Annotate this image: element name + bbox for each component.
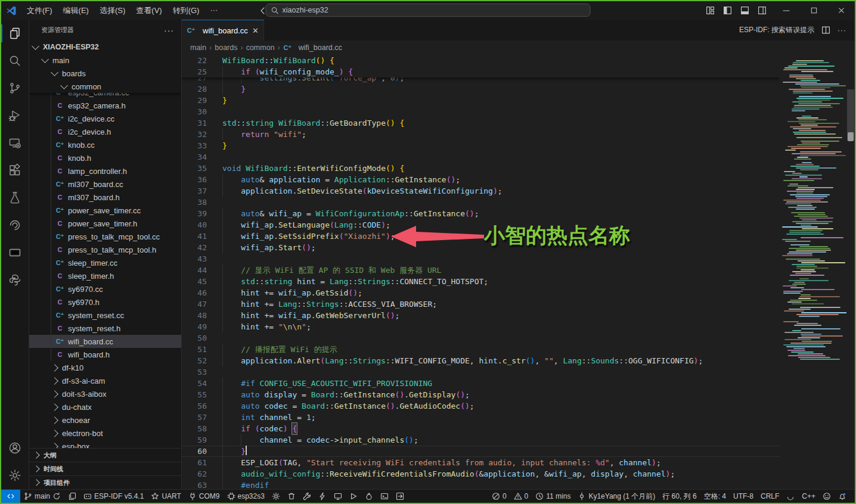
tree-folder-esp-box[interactable]: esp-box bbox=[29, 440, 181, 448]
tab-close-icon[interactable]: ✕ bbox=[252, 26, 259, 35]
section-2[interactable]: 项目组件 bbox=[29, 475, 181, 489]
remote-indicator[interactable] bbox=[1, 490, 20, 503]
tree-file-wifi_board-cc[interactable]: C⁺wifi_board.cc bbox=[29, 335, 181, 348]
cursor-position[interactable]: 行 60, 列 6 bbox=[659, 490, 700, 503]
tree-file-ml307_board-h[interactable]: Cml307_board.h bbox=[29, 191, 181, 204]
editor-more-actions[interactable]: ··· bbox=[838, 26, 846, 35]
warnings-count[interactable]: 0 bbox=[510, 490, 532, 503]
errors-count[interactable]: 0 bbox=[488, 490, 510, 503]
activity-debug[interactable] bbox=[1, 102, 29, 129]
tree-file-sleep_timer-cc[interactable]: C⁺sleep_timer.cc bbox=[29, 256, 181, 269]
build-flash-monitor[interactable] bbox=[346, 490, 361, 503]
menu-item-4[interactable]: 转到(G) bbox=[168, 5, 205, 16]
session-timer[interactable]: 11 mins bbox=[532, 490, 574, 503]
tree-file-i2c_device-h[interactable]: Ci2c_device.h bbox=[29, 125, 181, 138]
section-0[interactable]: 大纲 bbox=[29, 448, 181, 462]
tree-root[interactable]: XIAOZHI-ESP32 bbox=[29, 41, 181, 54]
erase-flash[interactable] bbox=[361, 490, 377, 503]
device-target[interactable]: esp32s3 bbox=[224, 490, 268, 503]
activity-explorer[interactable] bbox=[1, 20, 29, 47]
flash-method-uart[interactable]: UART bbox=[147, 490, 184, 503]
activity-serial[interactable] bbox=[1, 239, 29, 266]
serial-port[interactable]: COM9 bbox=[185, 490, 224, 503]
toggle-secondary-sidebar-icon[interactable] bbox=[758, 6, 767, 15]
tree-file-esp32_camera-h[interactable]: Cesp32_camera.h bbox=[29, 99, 181, 112]
language-mode[interactable]: C++ bbox=[798, 490, 819, 503]
open-command[interactable] bbox=[392, 490, 408, 503]
tree-folder-doit-s3-aibox[interactable]: doit-s3-aibox bbox=[29, 387, 181, 400]
tree-file-knob-cc[interactable]: C⁺knob.cc bbox=[29, 138, 181, 151]
breadcrumb-item[interactable]: common bbox=[246, 43, 275, 52]
full-clean[interactable] bbox=[284, 490, 299, 503]
tab-wifi-board-cc[interactable]: C⁺ wifi_board.cc ✕ bbox=[182, 20, 264, 41]
tree-folder-main[interactable]: main bbox=[29, 54, 181, 67]
activity-account[interactable] bbox=[1, 434, 29, 462]
tree-folder-common[interactable]: common bbox=[29, 80, 181, 93]
tree-file-power_save_timer-h[interactable]: Cpower_save_timer.h bbox=[29, 217, 181, 230]
menu-item-0[interactable]: 文件(F) bbox=[21, 5, 58, 16]
tree-file-system_reset-h[interactable]: Csystem_reset.h bbox=[29, 322, 181, 335]
tree-file-sleep_timer-h[interactable]: Csleep_timer.h bbox=[29, 269, 181, 282]
menu-item-2[interactable]: 选择(S) bbox=[94, 5, 131, 16]
sidebar-more-actions[interactable]: ··· bbox=[164, 26, 174, 35]
breadcrumb[interactable]: main›boards›common›C⁺wifi_board.cc bbox=[182, 41, 855, 55]
feedback[interactable] bbox=[819, 490, 835, 503]
toggle-panel-icon[interactable] bbox=[740, 6, 749, 15]
tree-file-system_reset-cc[interactable]: C⁺system_reset.cc bbox=[29, 309, 181, 322]
monitor-device[interactable] bbox=[330, 490, 346, 503]
tree-file-press_to_talk_mcp_tool-h[interactable]: Cpress_to_talk_mcp_tool.h bbox=[29, 243, 181, 256]
tree-file-ml307_board-cc[interactable]: C⁺ml307_board.cc bbox=[29, 178, 181, 191]
breadcrumb-file[interactable]: C⁺wifi_board.cc bbox=[283, 43, 342, 52]
close-button[interactable] bbox=[827, 1, 855, 20]
minimap[interactable] bbox=[780, 55, 846, 489]
activity-scm[interactable] bbox=[1, 74, 29, 102]
scrollbar-handle[interactable] bbox=[848, 132, 854, 141]
tree-file-lamp_controller-h[interactable]: Clamp_controller.h bbox=[29, 164, 181, 178]
minimize-button[interactable] bbox=[773, 1, 800, 20]
command-center-search[interactable]: xiaozhi-esp32 bbox=[266, 4, 591, 17]
breadcrumb-item[interactable]: boards bbox=[215, 43, 237, 52]
code-viewport[interactable]: 22WifiBoard::WifiBoard() {25 if (wifi_co… bbox=[182, 55, 780, 489]
editor-scrollbar[interactable] bbox=[846, 55, 855, 489]
maximize-button[interactable] bbox=[800, 1, 827, 20]
git-blame[interactable]: Ky1eYang (1 个月前) bbox=[574, 490, 659, 503]
tree-folder-du-chatx[interactable]: du-chatx bbox=[29, 400, 181, 413]
menu-item-3[interactable]: 查看(V) bbox=[131, 5, 167, 16]
tree-folder-electron-bot[interactable]: electron-bot bbox=[29, 427, 181, 440]
tree-file-wifi_board-h[interactable]: Cwifi_board.h bbox=[29, 348, 181, 361]
build-project[interactable] bbox=[299, 490, 315, 503]
tree-file-clipped[interactable]: C⁺esp32_camera.cc bbox=[29, 93, 181, 99]
tree-file-power_save_timer-cc[interactable]: C⁺power_save_timer.cc bbox=[29, 204, 181, 217]
toggle-sidebar-icon[interactable] bbox=[723, 6, 732, 15]
activity-settings[interactable] bbox=[1, 462, 29, 489]
tree-file-press_to_talk_mcp_tool-cc[interactable]: C⁺press_to_talk_mcp_tool.cc bbox=[29, 230, 181, 243]
compare-item[interactable] bbox=[64, 490, 80, 503]
tree-file-sy6970-h[interactable]: Csy6970.h bbox=[29, 295, 181, 309]
activity-search[interactable] bbox=[1, 47, 29, 74]
split-editor-icon[interactable] bbox=[821, 26, 830, 35]
activity-remote[interactable] bbox=[1, 129, 29, 157]
eol-sequence[interactable]: CRLF bbox=[757, 490, 783, 503]
language-status[interactable] bbox=[783, 490, 798, 503]
breadcrumb-item[interactable]: main bbox=[190, 43, 206, 52]
tree-folder-df-k10[interactable]: df-k10 bbox=[29, 361, 181, 374]
indentation[interactable]: 空格: 4 bbox=[700, 490, 730, 503]
tree-folder-echoear[interactable]: echoear bbox=[29, 413, 181, 427]
idf-terminal[interactable] bbox=[377, 490, 392, 503]
menu-item-1[interactable]: 编辑(E) bbox=[58, 5, 94, 16]
tree-file-sy6970-cc[interactable]: C⁺sy6970.cc bbox=[29, 282, 181, 295]
activity-espressif[interactable] bbox=[1, 211, 29, 239]
activity-extensions[interactable] bbox=[1, 157, 29, 184]
encoding[interactable]: UTF-8 bbox=[730, 490, 757, 503]
section-1[interactable]: 时间线 bbox=[29, 462, 181, 475]
activity-python[interactable] bbox=[1, 266, 29, 294]
flash-device[interactable] bbox=[315, 490, 330, 503]
activity-testing[interactable] bbox=[1, 184, 29, 211]
tree-file-knob-h[interactable]: Cknob.h bbox=[29, 151, 181, 164]
sdkconfig-editor[interactable] bbox=[268, 490, 284, 503]
notifications[interactable] bbox=[835, 490, 850, 503]
espidf-search-errors-button[interactable]: ESP-IDF: 搜索错误提示 bbox=[739, 25, 814, 35]
tree-folder-boards[interactable]: boards bbox=[29, 67, 181, 80]
espidf-version[interactable]: ESP-IDF v5.4.1 bbox=[80, 490, 147, 503]
git-branch[interactable]: main bbox=[20, 490, 64, 503]
